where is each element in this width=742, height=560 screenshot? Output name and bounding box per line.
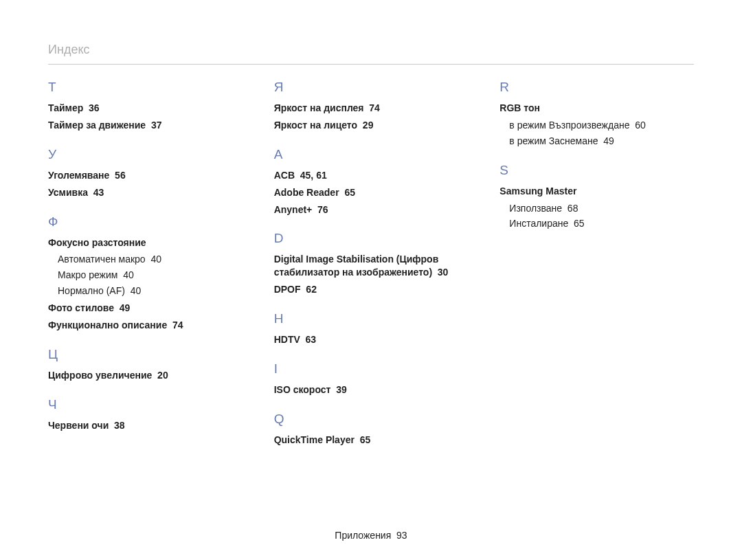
entry-term: Таймер: [48, 102, 83, 113]
entry-term: RGB тон: [499, 102, 540, 113]
section-letter: Ц: [48, 347, 243, 362]
section-letter: Я: [274, 80, 469, 95]
entry-page: 74: [369, 102, 380, 113]
section-letter: I: [274, 361, 469, 377]
index-section: HHDTV 63: [274, 311, 469, 346]
entry-page: 65: [360, 434, 371, 445]
entry-term: ACB: [274, 170, 295, 181]
index-entry[interactable]: Червени очи 38: [48, 419, 243, 432]
entry-term: Таймер за движение: [48, 120, 146, 131]
index-entry[interactable]: Таймер за движение 37: [48, 119, 243, 132]
section-letter: Т: [48, 80, 243, 95]
subentry-page: 40: [123, 269, 134, 280]
subentry-term: в режим Заснемане: [509, 135, 598, 146]
index-entry[interactable]: Anynet+ 76: [274, 203, 469, 216]
subentry-page: 40: [150, 254, 161, 265]
index-entry[interactable]: ACB 45, 61: [274, 169, 469, 182]
entry-page: 63: [306, 334, 317, 345]
entry-term: QuickTime Player: [274, 434, 355, 445]
entry-page: 74: [172, 320, 183, 331]
index-section: ЯЯркост на дисплея 74Яркост на лицето 29: [274, 80, 469, 132]
index-section: RRGB тонв режим Възпроизвеждане 60в режи…: [499, 80, 694, 148]
entry-page: 37: [151, 120, 162, 131]
entry-page: 49: [120, 302, 131, 313]
section-letter: Ф: [48, 214, 243, 229]
index-subentry[interactable]: Инсталиране 65: [509, 217, 694, 230]
index-subentry[interactable]: Използване 68: [509, 202, 694, 215]
index-entry[interactable]: HDTV 63: [274, 333, 469, 346]
index-section: SSamsung MasterИзползване 68Инсталиране …: [499, 163, 694, 231]
index-entry[interactable]: Фокусно разстояние: [48, 236, 243, 249]
entry-page: 65: [344, 187, 355, 198]
index-subentry[interactable]: в режим Заснемане 49: [509, 135, 694, 148]
index-entry[interactable]: Digital Image Stabilisation (Цифров стаб…: [274, 253, 469, 279]
index-section: ФФокусно разстояниеАвтоматичен макро 40М…: [48, 214, 243, 332]
index-entry[interactable]: ISO скорост 39: [274, 383, 469, 396]
index-section: ТТаймер 36Таймер за движение 37: [48, 80, 243, 132]
columns-container: ТТаймер 36Таймер за движение 37УУголемяв…: [48, 74, 694, 462]
entry-term: Samsung Master: [499, 186, 576, 197]
section-letter: A: [274, 147, 469, 162]
subentry-term: Инсталиране: [509, 218, 568, 229]
section-letter: D: [274, 231, 469, 246]
entry-term: Яркост на лицето: [274, 120, 357, 131]
entry-term: DPOF: [274, 284, 301, 295]
subentry-term: Автоматичен макро: [58, 254, 146, 265]
entry-term: HDTV: [274, 334, 300, 345]
footer-label: Приложения: [335, 530, 391, 541]
index-section: IISO скорост 39: [274, 361, 469, 396]
index-subentry[interactable]: Нормално (AF) 40: [58, 284, 243, 298]
index-entry[interactable]: Цифрово увеличение 20: [48, 369, 243, 382]
entry-page: 43: [93, 187, 104, 198]
index-entry[interactable]: Яркост на дисплея 74: [274, 102, 469, 115]
entry-page: 38: [114, 420, 125, 431]
section-letter: R: [499, 80, 694, 95]
entry-page: 45, 61: [300, 170, 327, 181]
index-entry[interactable]: Яркост на лицето 29: [274, 119, 469, 132]
section-letter: S: [499, 163, 694, 178]
index-entry[interactable]: Таймер 36: [48, 102, 243, 115]
subentry-term: в режим Възпроизвеждане: [509, 120, 629, 131]
entry-term: Digital Image Stabilisation (Цифров стаб…: [274, 254, 439, 278]
entry-term: Усмивка: [48, 187, 88, 198]
entry-term: ISO скорост: [274, 384, 331, 395]
entry-page: 39: [336, 384, 347, 395]
subentry-term: Нормално (AF): [58, 285, 125, 296]
section-letter: Ч: [48, 397, 243, 412]
index-entry[interactable]: Adobe Reader 65: [274, 186, 469, 199]
subentry-page: 40: [131, 285, 142, 296]
entry-term: Функционално описание: [48, 320, 167, 331]
entry-term: Фокусно разстояние: [48, 237, 146, 248]
footer-page: 93: [396, 530, 407, 541]
subentry-page: 49: [603, 135, 614, 146]
section-letter: У: [48, 147, 243, 162]
index-entry[interactable]: Функционално описание 74: [48, 319, 243, 332]
entry-term: Цифрово увеличение: [48, 370, 152, 381]
index-entry[interactable]: QuickTime Player 65: [274, 434, 469, 447]
index-entry[interactable]: Samsung Master: [499, 185, 694, 198]
entry-page: 20: [157, 370, 168, 381]
column: ЯЯркост на дисплея 74Яркост на лицето 29…: [274, 74, 469, 462]
index-subentry[interactable]: в режим Възпроизвеждане 60: [509, 119, 694, 132]
entry-page: 30: [438, 267, 449, 278]
index-entry[interactable]: DPOF 62: [274, 283, 469, 296]
subentry-term: Използване: [509, 203, 562, 214]
subentry-page: 68: [567, 203, 578, 214]
column: ТТаймер 36Таймер за движение 37УУголемяв…: [48, 74, 243, 462]
index-section: AACB 45, 61Adobe Reader 65Anynet+ 76: [274, 147, 469, 216]
index-section: УУголемяване 56Усмивка 43: [48, 147, 243, 199]
index-subentry[interactable]: Макро режим 40: [58, 269, 243, 282]
entry-page: 62: [306, 284, 317, 295]
column: RRGB тонв режим Възпроизвеждане 60в режи…: [499, 74, 694, 462]
entry-term: Яркост на дисплея: [274, 102, 364, 113]
index-entry[interactable]: Уголемяване 56: [48, 169, 243, 182]
entry-page: 56: [115, 170, 126, 181]
index-page: Индекс ТТаймер 36Таймер за движение 37УУ…: [0, 0, 742, 560]
index-entry[interactable]: RGB тон: [499, 102, 694, 115]
index-subentry[interactable]: Автоматичен макро 40: [58, 253, 243, 266]
index-entry[interactable]: Фото стилове 49: [48, 302, 243, 315]
index-section: QQuickTime Player 65: [274, 412, 469, 447]
page-title: Индекс: [48, 43, 694, 65]
entry-term: Фото стилове: [48, 302, 114, 313]
index-entry[interactable]: Усмивка 43: [48, 186, 243, 199]
